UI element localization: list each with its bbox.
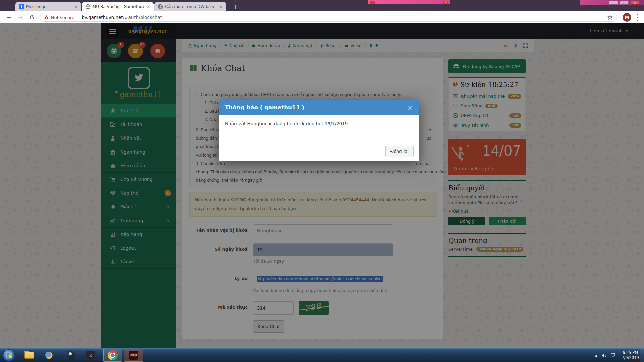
volume-icon[interactable] bbox=[601, 353, 607, 358]
tab-can-mua[interactable]: Cần mua - mua DW bá vương ho × bbox=[154, 2, 226, 11]
clock-time: 6:25 PM bbox=[621, 350, 640, 355]
network-icon[interactable] bbox=[611, 353, 616, 358]
page-viewport: Liên kết nhanh MU GAMETHUVN.NET 5 24 bbox=[0, 23, 644, 348]
taskbar-clock[interactable]: 6:25 PM 7/9/2019 bbox=[621, 350, 640, 360]
taskbar-chrome-button[interactable] bbox=[103, 349, 122, 362]
maximize-icon: □ bbox=[620, 1, 629, 5]
folder-icon bbox=[24, 352, 34, 359]
taskbar-mu-button[interactable]: MU bbox=[124, 349, 143, 362]
tab-messenger[interactable]: f Messenger × bbox=[15, 2, 81, 11]
tab-close-icon[interactable]: × bbox=[218, 4, 223, 9]
modal-close-icon[interactable]: × bbox=[407, 104, 413, 112]
modal-header: Thông báo ( gamethu11 ) × bbox=[219, 100, 419, 115]
url-path: /#auth/blockchat bbox=[123, 15, 162, 20]
close-icon: × bbox=[443, 1, 448, 4]
tab-title: MU Bá Vương - GamethuVN.net bbox=[93, 4, 144, 9]
show-desktop-button[interactable] bbox=[640, 348, 644, 362]
taskbar-explorer-button[interactable] bbox=[24, 350, 35, 361]
taskbar-firefox-button[interactable] bbox=[44, 350, 54, 361]
firefox-icon bbox=[44, 350, 54, 360]
background-window-fragment: – □ × bbox=[580, 0, 644, 5]
screen: f Messenger × MU Bá Vương - GamethuVN.ne… bbox=[0, 0, 644, 362]
browser-menu-icon[interactable] bbox=[637, 14, 638, 21]
taskbar: ⚔ MU ▲ 6:25 PM 7/9/2019 bbox=[0, 348, 644, 362]
system-tray: ▲ 6:25 PM 7/9/2019 bbox=[595, 348, 640, 362]
modal-title: Thông báo ( gamethu11 ) bbox=[225, 104, 304, 111]
chrome-icon bbox=[108, 350, 118, 360]
tab-title: Messenger bbox=[26, 4, 71, 9]
url-host: bv.gamethuvn.net bbox=[82, 15, 123, 20]
taskbar-steam-button[interactable] bbox=[64, 350, 75, 361]
tab-title: Cần mua - mua DW bá vương ho bbox=[165, 4, 216, 9]
divider bbox=[78, 15, 78, 20]
tab-mu-ba-vuong[interactable]: MU Bá Vương - GamethuVN.net × bbox=[82, 2, 154, 11]
address-bar[interactable]: Not secure bv.gamethuvn.net /#auth/block… bbox=[40, 13, 617, 22]
minimize-icon: – bbox=[609, 1, 618, 5]
globe-favicon-icon bbox=[158, 4, 163, 9]
browser-tab-strip: f Messenger × MU Bá Vương - GamethuVN.ne… bbox=[0, 0, 644, 11]
windows-logo-icon bbox=[6, 352, 12, 358]
close-icon: × bbox=[631, 1, 639, 5]
modal-body: Nhân vật Hungbucac đang bị block đến hết… bbox=[219, 115, 419, 132]
reload-icon[interactable] bbox=[28, 13, 36, 22]
browser-profile-avatar[interactable]: M bbox=[623, 13, 631, 22]
clock-date: 7/9/2019 bbox=[621, 355, 640, 360]
tray-expand-icon[interactable]: ▲ bbox=[595, 354, 597, 357]
globe-favicon-icon bbox=[85, 4, 91, 9]
bookmark-star-icon[interactable] bbox=[607, 15, 613, 20]
facebook-favicon-icon: f bbox=[19, 4, 24, 9]
notification-modal: Thông báo ( gamethu11 ) × Nhân vật Hungb… bbox=[219, 100, 419, 161]
back-icon[interactable]: ← bbox=[5, 13, 13, 22]
browser-toolbar: ← → Not secure bv.gamethuvn.net /#auth/b… bbox=[0, 11, 644, 23]
steam-icon bbox=[65, 350, 75, 360]
start-button[interactable] bbox=[3, 349, 15, 361]
modal-backdrop[interactable] bbox=[0, 23, 644, 348]
background-window-fragment: × bbox=[368, 0, 450, 4]
tab-close-icon[interactable]: × bbox=[146, 4, 151, 9]
warning-triangle-icon bbox=[44, 15, 49, 20]
forward-icon[interactable]: → bbox=[16, 13, 25, 22]
security-status[interactable]: Not secure bbox=[51, 15, 74, 20]
taskbar-game-button[interactable]: ⚔ bbox=[85, 350, 96, 361]
new-tab-button[interactable]: + bbox=[231, 2, 240, 11]
game-icon: ⚔ bbox=[86, 351, 95, 360]
modal-close-button[interactable]: Đóng lại bbox=[385, 146, 414, 157]
tab-close-icon[interactable]: × bbox=[73, 4, 78, 9]
mu-game-icon: MU bbox=[129, 351, 138, 360]
